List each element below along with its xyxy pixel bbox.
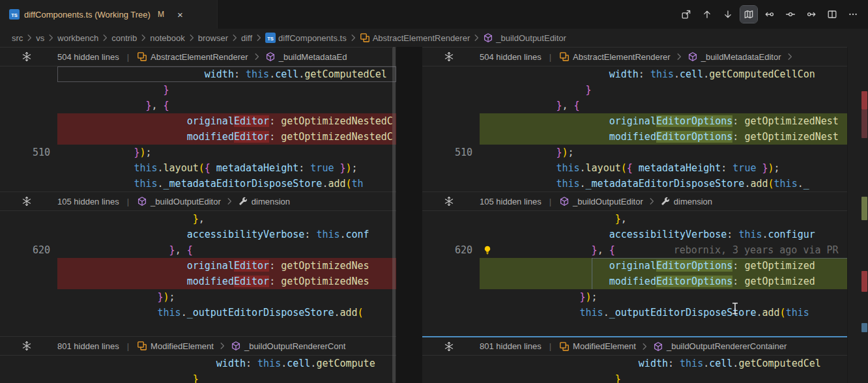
editor-sash[interactable] [396,47,422,383]
next-change-button[interactable] [719,6,736,23]
code-line[interactable]: this._metadataEditorDisposeStore.add(thi… [422,176,847,192]
breadcrumb-item[interactable]: TSdiffComponents.ts [265,33,347,43]
close-tab-icon[interactable]: × [174,8,186,21]
code-line[interactable]: originalEditorOptions: getOptimized [422,258,847,274]
code-line[interactable]: } [422,371,847,383]
editor-tab[interactable]: TS diffComponents.ts (Working Tree) M × [0,0,218,29]
code-text: accessibilityVerbose: this.conf [57,227,396,242]
code-line[interactable]: 620 }, { [0,242,396,258]
apply-block-button[interactable] [803,6,820,23]
code-line[interactable]: }); [0,289,396,305]
code-line[interactable]: originalEditor: getOptimizedNes [0,258,396,274]
code-line[interactable]: }); [422,289,847,305]
expand-hidden-lines-icon[interactable] [444,341,454,352]
code-line[interactable]: width: this.cell.getComputedCellCon [422,66,847,82]
code-line[interactable]: } [0,371,396,383]
symbol-name[interactable]: _buildOutputEditor [151,197,221,206]
hidden-lines-header[interactable]: 504 hidden lines|AbstractElementRenderer… [0,47,396,66]
breadcrumb-item[interactable]: src [12,33,23,43]
more-actions-button[interactable] [845,6,861,23]
mouse-cursor [731,302,739,317]
hidden-lines-header[interactable]: 801 hidden lines|ModifiedElement_buildOu… [422,336,847,356]
symbol-method-icon [231,341,241,351]
breadcrumb-item[interactable]: _buildOutputEditor [483,33,566,43]
line-number [0,371,57,383]
code-line[interactable]: 620 }, {rebornix, 3 years ago via PR [422,242,847,258]
code-line[interactable]: this.layout({ metadataHeight: true }); [422,160,847,176]
open-changes-button[interactable] [678,6,695,23]
code-line[interactable]: } [0,82,396,98]
expand-hidden-lines-icon[interactable] [22,196,32,206]
code-line[interactable]: this.layout({ metadataHeight: true }); [0,160,396,176]
hidden-lines-header[interactable]: 105 hidden lines|_buildOutputEditordimen… [0,192,396,211]
modified-editor-pane[interactable]: 504 hidden lines|AbstractElementRenderer… [422,47,847,383]
code-line[interactable]: this._outputEditorDisposeStore.add(this [422,305,847,320]
symbol-name[interactable]: dimension [252,197,290,206]
line-number [0,66,57,82]
path-separator-icon [674,51,684,62]
breadcrumb-item[interactable]: AbstractElementRenderer [360,33,470,43]
code-line[interactable]: accessibilityVerbose: this.conf [0,227,396,242]
code-line[interactable]: this._metadataEditorDisposeStore.add(th [0,176,396,192]
hidden-lines-header[interactable]: 801 hidden lines|ModifiedElement_buildOu… [0,336,396,356]
code-line[interactable]: modifiedEditorOptions: getOptimizedNest [422,129,847,145]
code-line[interactable]: } [422,82,847,98]
scrollbar-thumb[interactable] [392,47,396,383]
breadcrumb-item[interactable]: vs [36,33,44,43]
breadcrumb-item[interactable]: workbench [57,33,98,43]
breadcrumb-separator-icon [253,33,264,43]
bracket-guide [592,258,847,259]
symbol-name[interactable]: dimension [674,197,712,206]
code-line[interactable]: originalEditor: getOptimizedNestedC [0,113,396,129]
breadcrumb-item[interactable]: browser [198,33,228,43]
breadcrumb-item[interactable]: contrib [111,33,137,43]
code-line[interactable]: 510 }); [422,145,847,160]
symbol-name[interactable]: _buildOutputEditor [573,197,643,206]
code-line[interactable]: }, [422,211,847,227]
hidden-lines-header[interactable]: 504 hidden lines|AbstractElementRenderer… [422,47,847,66]
revert-block-button[interactable] [761,6,778,23]
symbol-name[interactable]: _buildOutputRendererContainer [667,341,787,351]
code-line[interactable]: }, { [0,98,396,113]
code-line[interactable]: this._outputEditorDisposeStore.add( [0,305,396,320]
code-line[interactable]: width: this.cell.getComputedCel [0,66,396,82]
symbol-name[interactable]: _buildMetadataEd [279,52,347,62]
lightbulb-icon[interactable] [482,245,493,255]
line-number [0,258,57,274]
expand-hidden-lines-icon[interactable] [444,196,454,206]
hidden-lines-header[interactable]: 105 hidden lines|_buildOutputEditordimen… [422,192,847,211]
symbol-name[interactable]: AbstractElementRenderer [151,52,248,62]
symbol-name[interactable]: ModifiedElement [151,341,214,351]
code-line[interactable]: modifiedEditor: getOptimizedNes [0,274,396,289]
breadcrumb-item[interactable]: notebook [150,33,185,43]
expand-hidden-lines-icon[interactable] [22,51,32,62]
breadcrumb-item[interactable]: diff [241,33,252,43]
original-editor-pane[interactable]: 504 hidden lines|AbstractElementRenderer… [0,47,396,383]
line-number: 510 [422,145,480,160]
code-text: } [480,371,847,383]
overview-ruler[interactable] [847,47,868,383]
symbol-name[interactable]: AbstractElementRenderer [573,52,671,62]
line-number: 620 [0,242,57,258]
git-commit-button[interactable] [782,6,799,23]
code-line[interactable]: width: this.cell.getComputedCel [422,356,847,371]
symbol-name[interactable]: ModifiedElement [573,341,636,351]
previous-change-button[interactable] [699,6,716,23]
code-line[interactable] [422,320,847,336]
code-line[interactable]: width: this.cell.getCompute [0,356,396,371]
code-line[interactable]: 510 }); [0,145,396,160]
code-line[interactable]: modifiedEditor: getOptimizedNestedC [0,129,396,145]
code-line[interactable]: }, [0,211,396,227]
code-line[interactable]: modifiedEditorOptions: getOptimized [422,274,847,289]
tab-title: diffComponents.ts (Working Tree) [24,10,151,20]
code-line[interactable]: accessibilityVerbose: this.configur [422,227,847,242]
code-line[interactable] [0,320,396,336]
code-line[interactable]: }, { [422,98,847,113]
split-editor-button[interactable] [824,6,841,23]
expand-hidden-lines-icon[interactable] [444,51,454,62]
symbol-name[interactable]: _buildOutputRendererCont [244,341,345,351]
symbol-name[interactable]: _buildMetadataEditor [701,52,781,62]
code-line[interactable]: originalEditorOptions: getOptimizedNest [422,113,847,129]
collapse-unchanged-regions-button[interactable] [740,6,757,23]
expand-hidden-lines-icon[interactable] [22,341,32,351]
